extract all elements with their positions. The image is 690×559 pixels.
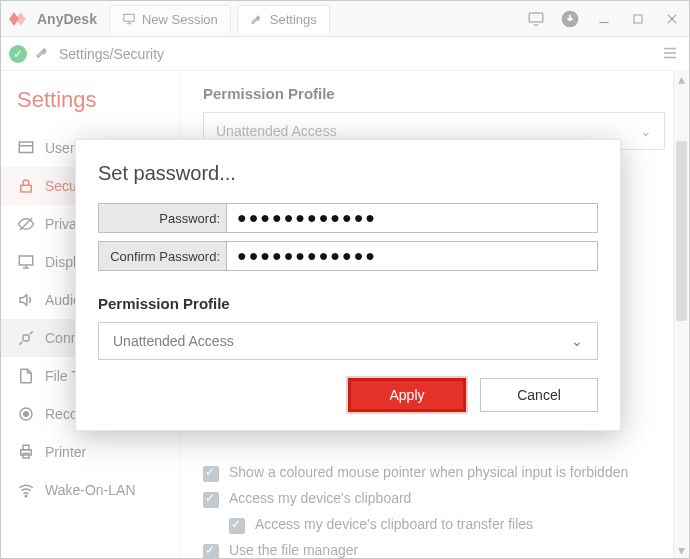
vertical-scrollbar[interactable]: ▴ ▾: [673, 71, 689, 558]
sidebar-item-label: Printer: [45, 444, 86, 460]
svg-point-29: [25, 495, 27, 497]
sidebar-item-wol[interactable]: Wake-On-LAN: [1, 471, 180, 509]
checkbox-icon: [203, 492, 219, 508]
chevron-down-icon: ⌄: [571, 333, 583, 349]
svg-rect-17: [21, 185, 32, 192]
wrench-icon: [250, 12, 264, 26]
eye-off-icon: [17, 215, 35, 233]
perm-row[interactable]: Use the file manager: [203, 538, 665, 558]
dialog-permission-profile-header: Permission Profile: [98, 295, 598, 312]
scroll-up-icon: ▴: [674, 71, 689, 87]
tab-label: Settings: [270, 12, 317, 27]
checkbox-icon: [203, 544, 219, 558]
app-logo: [1, 9, 37, 29]
perm-label: Use the file manager: [229, 542, 358, 558]
permission-profile-header: Permission Profile: [203, 85, 665, 102]
profile-select-value: Unattended Access: [216, 123, 337, 139]
cancel-button[interactable]: Cancel: [480, 378, 598, 412]
checkbox-icon: [229, 518, 245, 534]
speaker-icon: [17, 291, 35, 309]
dialog-profile-select-value: Unattended Access: [113, 333, 234, 349]
confirm-password-label: Confirm Password:: [98, 241, 226, 271]
sidebar-item-label: Wake-On-LAN: [45, 482, 136, 498]
printer-icon: [17, 443, 35, 461]
wifi-icon: [17, 481, 35, 499]
tab-settings[interactable]: Settings: [237, 5, 330, 33]
svg-point-25: [24, 412, 29, 417]
svg-rect-2: [124, 14, 135, 21]
file-icon: [17, 367, 35, 385]
apply-button-label: Apply: [389, 387, 424, 403]
perm-label: Show a coloured mouse pointer when physi…: [229, 464, 628, 480]
svg-rect-15: [19, 142, 33, 153]
layout-icon: [17, 139, 35, 157]
tab-label: New Session: [142, 12, 218, 27]
perm-row[interactable]: Access my device's clipboard to transfer…: [203, 512, 665, 538]
app-name: AnyDesk: [37, 11, 97, 27]
svg-rect-9: [634, 15, 642, 23]
password-input[interactable]: [226, 203, 598, 233]
plug-icon: [17, 329, 35, 347]
scroll-down-icon: ▾: [674, 542, 689, 558]
dialog-profile-select[interactable]: Unattended Access ⌄: [98, 322, 598, 360]
monitor-icon: [122, 12, 136, 26]
minimize-button[interactable]: [587, 1, 621, 37]
monitor-icon: [17, 253, 35, 271]
download-badge-icon[interactable]: [553, 1, 587, 37]
confirm-password-input[interactable]: [226, 241, 598, 271]
svg-rect-23: [23, 335, 29, 341]
sidebar-title: Settings: [1, 79, 180, 129]
breadcrumb: Settings/Security: [59, 46, 164, 62]
maximize-button[interactable]: [621, 1, 655, 37]
status-ok-icon: ✓: [9, 45, 27, 63]
menu-icon[interactable]: [661, 44, 681, 64]
checkbox-icon: [203, 466, 219, 482]
password-label: Password:: [98, 203, 226, 233]
perm-label: Access my device's clipboard: [229, 490, 411, 506]
cancel-button-label: Cancel: [517, 387, 561, 403]
close-button[interactable]: [655, 1, 689, 37]
perm-label: Access my device's clipboard to transfer…: [255, 516, 533, 532]
apply-button[interactable]: Apply: [348, 378, 466, 412]
scrollbar-thumb[interactable]: [676, 141, 687, 321]
perm-row[interactable]: Show a coloured mouse pointer when physi…: [203, 460, 665, 486]
sidebar-item-printer[interactable]: Printer: [1, 433, 180, 471]
set-password-dialog: Set password... Password: Confirm Passwo…: [75, 139, 621, 431]
svg-rect-19: [19, 256, 33, 265]
svg-marker-1: [16, 12, 26, 25]
tab-new-session[interactable]: New Session: [109, 5, 231, 33]
dialog-title: Set password...: [98, 162, 598, 185]
svg-marker-22: [20, 295, 27, 306]
lock-icon: [17, 177, 35, 195]
wrench-icon: [35, 44, 51, 63]
svg-rect-27: [23, 445, 29, 450]
cast-icon[interactable]: [519, 1, 553, 37]
record-icon: [17, 405, 35, 423]
svg-rect-5: [529, 13, 543, 22]
perm-row[interactable]: Access my device's clipboard: [203, 486, 665, 512]
chevron-down-icon: ⌄: [640, 123, 652, 139]
